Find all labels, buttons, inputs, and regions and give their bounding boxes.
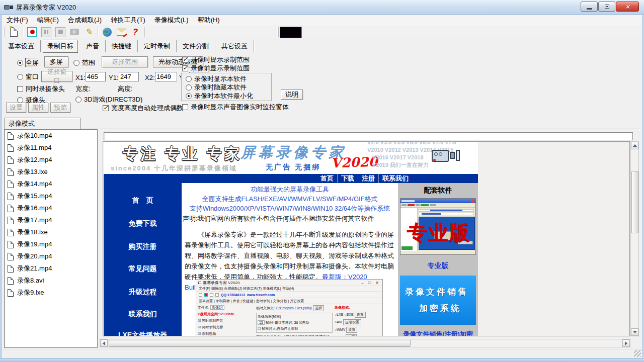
radio-checked-icon [186, 93, 192, 99]
fullscreen-radio[interactable]: 全屏 [17, 58, 39, 67]
sidebar-item-buy-register[interactable]: 购买注册 [104, 242, 182, 251]
resize-grip[interactable] [634, 350, 641, 357]
y1-input[interactable] [119, 72, 139, 81]
list-item[interactable]: 录像19.mp4 [5, 238, 97, 250]
menu-file[interactable]: 文件(F) [2, 15, 33, 25]
new-file-button[interactable] [7, 26, 20, 38]
x1-label: X1: [75, 74, 86, 81]
window-radio[interactable]: 窗口 [17, 72, 39, 81]
sidebar-item-upgrade[interactable]: 升级过程 [104, 288, 182, 297]
restore-button[interactable] [598, 2, 615, 12]
file-icon [8, 132, 14, 140]
game3d-radio[interactable]: 3D游戏(DIRECT3D) [75, 95, 142, 104]
record-target-panel: 全屏 多屏 范围 选择范围 光标动态跟随 窗口 选择窗口 X1: Y1: X2:… [2, 52, 642, 116]
record-webcam-too-checkbox[interactable]: 同时录摄像头 [17, 84, 65, 94]
list-item[interactable]: 录像11.mp4 [5, 142, 97, 154]
arrow-down-icon [633, 331, 637, 333]
tab-file-split[interactable]: 文件分割 [177, 40, 215, 52]
tab-scheduled-recording[interactable]: 定时录制 [138, 40, 177, 52]
sidebar-item-faq[interactable]: 常见问题 [104, 264, 182, 274]
scroll-left-button[interactable] [100, 339, 108, 347]
menu-edit[interactable]: 编辑(E) [33, 15, 63, 25]
menu-convert[interactable]: 转换工具(T) [106, 15, 150, 25]
title-bar[interactable]: 屏幕录像专家 V2020 [0, 0, 644, 15]
nav-download[interactable]: 下载 [338, 174, 358, 183]
stop-button [54, 26, 67, 38]
tab-basic-settings[interactable]: 基本设置 [2, 40, 41, 52]
hide-app-radio[interactable]: 录像时隐藏本软件 [186, 83, 247, 92]
file-icon [8, 168, 14, 176]
record-button[interactable] [26, 26, 39, 38]
record-icon [27, 27, 37, 37]
encryption-system-banner[interactable]: 录像文件销售 加密系统 [400, 276, 476, 325]
menu-help[interactable]: 帮助(H) [193, 15, 224, 25]
list-item[interactable]: 录像8.avi [5, 275, 97, 287]
file-name: 录像14.mp4 [17, 179, 52, 189]
edit-button[interactable] [82, 26, 95, 38]
sidebar-item-lxe-player[interactable]: LXE文件播放器 [104, 331, 182, 336]
webcam-icon [70, 29, 79, 35]
nav-contact[interactable]: 联系我们 [379, 174, 412, 183]
list-item[interactable]: 录像12.mp4 [5, 154, 97, 166]
app-window: 屏幕录像专家 V2020 文件(F) 编辑(E) 合成截取(J) 转换工具(T)… [0, 0, 644, 362]
nav-home[interactable]: 首页 [317, 174, 338, 183]
file-icon [8, 277, 14, 285]
help-button[interactable] [129, 26, 142, 38]
scroll-up-button[interactable] [631, 142, 638, 149]
file-icon [8, 253, 14, 260]
pro-version-screenshot[interactable]: 专业版 [400, 198, 476, 255]
minimize-button[interactable] [581, 2, 598, 12]
x2-input[interactable] [155, 72, 177, 81]
close-button[interactable] [616, 2, 639, 12]
vertical-scroll-thumb[interactable] [631, 171, 638, 233]
menu-capture[interactable]: 合成截取(J) [63, 15, 106, 25]
range-radio[interactable]: 范围 [73, 58, 95, 67]
height-label: 高度: [118, 84, 133, 94]
list-item[interactable]: 录像20.mp4 [5, 250, 97, 262]
menu-record-mode[interactable]: 录像模式(L) [150, 15, 193, 25]
y1-label: Y1: [109, 74, 119, 81]
x1-input[interactable] [86, 72, 106, 81]
multi-screen-button[interactable]: 多屏 [44, 56, 68, 67]
minimize-app-radio[interactable]: 录像时本软件最小化 [186, 92, 253, 101]
tab-record-mode-list[interactable]: 录像模式 [4, 118, 80, 129]
tab-record-target[interactable]: 录制目标 [43, 40, 78, 53]
pro-version-overlay: 专业版 [400, 219, 476, 246]
auto-even-checkbox[interactable]: 宽度高度自动处理成偶数 [103, 104, 183, 113]
list-item[interactable]: 录像17.mp4 [5, 214, 97, 226]
explain-button[interactable]: 说明 [281, 89, 303, 100]
app-screenshot-image: 屏幕录像专家 V2020– ☐ ✕ 文件(F) 编辑(E) 合成截取(J) 转换… [196, 279, 383, 336]
horizontal-scrollbar[interactable] [100, 339, 630, 347]
list-item[interactable]: 录像14.mp4 [5, 178, 97, 190]
list-item[interactable]: 录像15.mp4 [5, 190, 97, 202]
sidebar-item-contact[interactable]: 联系我们 [104, 310, 182, 319]
show-app-radio[interactable]: 录像时显示本软件 [186, 74, 247, 83]
register-button[interactable] [115, 26, 128, 38]
tip-range-checkbox[interactable]: 录像时提示录制范围 [182, 55, 250, 64]
pro-version-link[interactable]: 专业版 [398, 261, 478, 270]
file-sale-encrypt-link[interactable]: 录像文件销售(注册)加密 [398, 330, 478, 336]
horizontal-scroll-thumb[interactable] [109, 340, 411, 347]
scroll-down-button[interactable] [631, 328, 638, 336]
website-button[interactable] [101, 26, 114, 38]
select-window-button: 选择窗口 [41, 71, 72, 82]
list-item[interactable]: 录像10.mp4 [5, 130, 97, 142]
list-item[interactable]: 录像21.mp4 [5, 262, 97, 275]
tab-sound[interactable]: 声音 [80, 40, 106, 52]
mini-toolbar-icon [210, 293, 213, 297]
sidebar-item-home[interactable]: 首 页 [104, 196, 182, 205]
show-range-checkbox[interactable]: 录像前显示录制范围 [182, 64, 250, 73]
list-item[interactable]: 录像18.lxe [5, 226, 97, 238]
nav-register[interactable]: 注册 [358, 174, 379, 183]
vertical-scrollbar[interactable] [630, 141, 639, 336]
tab-hotkeys[interactable]: 快捷键 [106, 40, 138, 52]
recording-file-list[interactable]: 录像10.mp4 录像11.mp4 录像12.mp4 录像13.lxe 录像14… [4, 129, 98, 348]
list-item[interactable]: 录像9.lxe [5, 287, 97, 299]
status-bar [2, 349, 642, 358]
list-item[interactable]: 录像13.lxe [5, 166, 97, 178]
sidebar-item-free-download[interactable]: 免费下载 [104, 219, 182, 228]
list-item[interactable]: 录像16.mp4 [5, 202, 97, 214]
tab-other-settings[interactable]: 其它设置 [215, 40, 254, 52]
monitor-window-checkbox[interactable]: 录像时显示声音图像实时监控窗体 [182, 103, 289, 112]
scroll-right-button[interactable] [622, 339, 630, 347]
